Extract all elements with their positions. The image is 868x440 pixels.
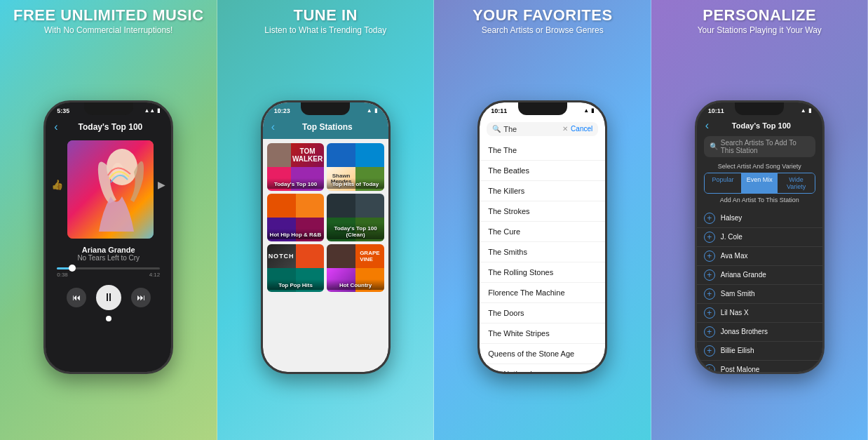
add-icon-2[interactable]: + — [704, 251, 715, 262]
station-item-0[interactable]: TOMWALKER Today's Top 100 — [267, 143, 325, 191]
progress-area: 0:38 4:12 — [46, 263, 171, 281]
phone-4-notch — [735, 102, 784, 115]
panel-4-header: PERSONALIZE Your Stations Playing it You… — [691, 0, 829, 39]
add-icon-4[interactable]: + — [704, 288, 715, 300]
time-total: 4:12 — [149, 272, 161, 278]
phone-4-time: 10:11 — [708, 107, 724, 114]
artist-row-9[interactable]: The White Stripes — [480, 324, 605, 344]
pause-button[interactable]: ⏸ — [96, 285, 121, 310]
artist-add-row-4[interactable]: + Sam Smith — [697, 285, 822, 304]
artist-row-5[interactable]: The Smiths — [480, 242, 605, 262]
thumb-forward-icon[interactable]: ▶ — [158, 179, 165, 190]
time-labels: 0:38 4:12 — [57, 272, 160, 278]
phone-2-nav: ‹ Top Stations — [263, 118, 388, 139]
search-bar-3[interactable]: 🔍 The ✕ Cancel — [487, 122, 598, 136]
phone-3-notch — [518, 102, 567, 115]
battery-icon-3: ▮ — [591, 107, 594, 114]
artist-add-row-3[interactable]: + Ariana Grande — [697, 266, 822, 285]
wifi-icon-4: ▲ — [801, 107, 806, 114]
variety-btn-popular[interactable]: Popular — [705, 173, 741, 193]
playback-controls: ⏮ ⏸ ⏭ — [46, 281, 171, 313]
search-placeholder-4[interactable]: Search Artists To Add To This Station — [721, 139, 810, 154]
artist-row-6[interactable]: The Rolling Stones — [480, 262, 605, 283]
phone-1-nav: ‹ Today's Top 100 — [46, 118, 171, 136]
panel-4-title: PERSONALIZE — [698, 7, 822, 24]
panel-2-phone-wrapper: 10:23 ▲ ▮ ‹ Top Stations — [258, 39, 393, 440]
panel-1-header: FREE UNLIMITED MUSIC With No Commercial … — [6, 0, 211, 39]
panel-3-header: YOUR FAVORITES Search Artists or Browse … — [466, 0, 620, 39]
phone-4-nav: ‹ Today's Top 100 — [697, 118, 822, 135]
phone-4-nav-title: Today's Top 100 — [709, 121, 814, 130]
artist-add-row-8[interactable]: + Post Malone — [697, 361, 822, 372]
progress-dot — [69, 265, 76, 272]
station-label-1: Top Hits of Today — [327, 178, 384, 189]
artist-row-3[interactable]: The Strokes — [480, 201, 605, 222]
station-label-4: Top Pop Hits — [267, 279, 325, 290]
search-bar-4[interactable]: 🔍 Search Artists To Add To This Station — [704, 136, 815, 157]
artist-add-name-0: Halsey — [721, 214, 742, 222]
variety-btn-even[interactable]: Even Mix — [741, 173, 778, 193]
phone-2: 10:23 ▲ ▮ ‹ Top Stations — [261, 100, 391, 374]
phone-4: 10:11 ▲ ▮ ‹ Today's Top 100 🔍 Search Art… — [695, 100, 825, 374]
artist-add-row-2[interactable]: + Ava Max — [697, 247, 822, 266]
add-icon-5[interactable]: + — [704, 307, 715, 319]
variety-btn-wide[interactable]: Wide Variety — [778, 173, 814, 193]
add-icon-8[interactable]: + — [704, 364, 715, 372]
phone-1-notch — [84, 102, 133, 115]
forward-button[interactable]: ⏭ — [131, 288, 151, 307]
phone-3-time: 10:11 — [491, 107, 507, 114]
artist-row-10[interactable]: Queens of the Stone Age — [480, 344, 605, 364]
artist-add-name-8: Post Malone — [721, 366, 760, 372]
rewind-button[interactable]: ⏮ — [67, 288, 86, 307]
artist-add-name-6: Jonas Brothers — [721, 328, 768, 335]
artist-name: Ariana Grande — [46, 246, 171, 254]
battery-icon: ▮ — [157, 107, 160, 114]
station-label-0: Today's Top 100 — [267, 178, 325, 189]
panel-4-subtitle: Your Stations Playing it Your Way — [698, 25, 822, 35]
artist-add-name-3: Ariana Grande — [721, 271, 766, 279]
phone-1: 5:35 ▲▲ ▮ ‹ Today's Top 100 👍 — [43, 100, 173, 374]
add-icon-7[interactable]: + — [704, 345, 715, 356]
artist-add-row-1[interactable]: + J. Cole — [697, 228, 822, 247]
panel-1-phone-wrapper: 5:35 ▲▲ ▮ ‹ Today's Top 100 👍 — [41, 39, 176, 440]
add-artist-label: Add An Artist To This Station — [704, 196, 815, 204]
artist-add-list: + Halsey + J. Cole + Ava Max + Ariana Gr… — [697, 209, 822, 372]
artist-row-8[interactable]: The Doors — [480, 303, 605, 324]
artist-row-11[interactable]: The National — [480, 364, 605, 372]
clear-icon-3[interactable]: ✕ — [562, 125, 568, 133]
station-item-4[interactable]: NOTCH Top Pop Hits — [267, 244, 325, 292]
search-icon-4: 🔍 — [710, 142, 718, 150]
artist-row-2[interactable]: The Killers — [480, 181, 605, 201]
wifi-icon: ▲▲ — [144, 107, 155, 114]
station-item-2[interactable]: Hot Hip Hop & R&B — [267, 194, 325, 241]
cancel-button-3[interactable]: Cancel — [571, 125, 592, 133]
artist-row-4[interactable]: The Cure — [480, 222, 605, 242]
battery-icon-2: ▮ — [374, 107, 377, 114]
phone-4-screen: 10:11 ▲ ▮ ‹ Today's Top 100 🔍 Search Art… — [697, 102, 822, 372]
phone-2-nav-title: Top Stations — [275, 122, 380, 132]
artist-add-row-6[interactable]: + Jonas Brothers — [697, 323, 822, 342]
thumb-up-icon[interactable]: 👍 — [51, 179, 63, 190]
station-item-1[interactable]: ShawnMendes Top Hits of Today — [327, 143, 384, 191]
add-icon-6[interactable]: + — [704, 326, 715, 338]
stations-grid: TOMWALKER Today's Top 100 ShawnMen — [263, 139, 388, 296]
artist-add-row-5[interactable]: + Lil Nas X — [697, 304, 822, 323]
artist-row-1[interactable]: The Beatles — [480, 161, 605, 181]
artist-add-row-0[interactable]: + Halsey — [697, 209, 822, 228]
song-name: No Tears Left to Cry — [46, 254, 171, 262]
phone-2-screen: 10:23 ▲ ▮ ‹ Top Stations — [263, 102, 388, 372]
time-current: 0:38 — [57, 272, 68, 278]
station-item-5[interactable]: GRAPEVINE Hot Country — [327, 244, 384, 292]
add-icon-0[interactable]: + — [704, 213, 715, 224]
station-label-2: Hot Hip Hop & R&B — [267, 229, 325, 239]
search-query[interactable]: The — [503, 125, 560, 133]
artist-row-7[interactable]: Florence The Machine — [480, 283, 605, 303]
artist-row-0[interactable]: The The — [480, 140, 605, 161]
variety-section: Select Artist And Song Variety Popular E… — [697, 160, 822, 209]
add-icon-1[interactable]: + — [704, 232, 715, 243]
progress-bar[interactable] — [57, 267, 160, 269]
add-icon-3[interactable]: + — [704, 269, 715, 281]
panel-free-music: FREE UNLIMITED MUSIC With No Commercial … — [0, 0, 217, 440]
station-item-3[interactable]: Today's Top 100 (Clean) — [327, 194, 384, 241]
artist-add-row-7[interactable]: + Billie Eilish — [697, 342, 822, 361]
